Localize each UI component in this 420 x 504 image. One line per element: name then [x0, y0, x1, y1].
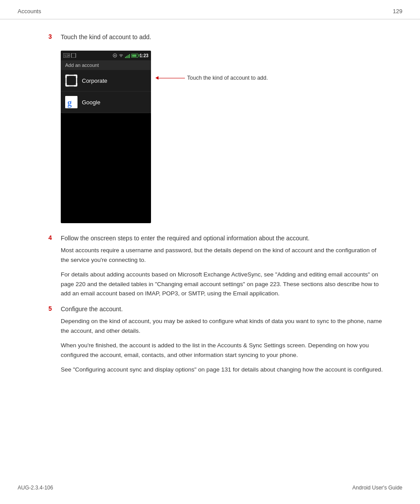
step-5-para2: When you're finished, the account is add… — [61, 341, 385, 360]
corporate-icon — [65, 74, 77, 87]
google-icon: g — [65, 96, 77, 108]
step-4-row: 4 Follow the onscreen steps to enter the… — [48, 234, 385, 243]
corporate-list-item[interactable]: Corporate — [61, 70, 151, 92]
step-3-text: Touch the kind of account to add. — [61, 33, 151, 42]
svg-point-4 — [114, 55, 115, 56]
callout-container: Touch the kind of account to add. — [155, 51, 268, 81]
step-3-number: 3 — [48, 33, 61, 40]
step-5-content: Depending on the kind of account, you ma… — [61, 316, 385, 375]
phone-screenshot-container: SIM — [61, 51, 385, 223]
footer-left: AUG-2.3.4-106 — [18, 485, 53, 491]
phone-title-text: Add an account — [65, 63, 99, 68]
step-5-row: 5 Configure the account. — [48, 305, 385, 314]
callout-arrow — [155, 76, 185, 80]
sim-icon: SIM — [63, 53, 70, 58]
status-right-icons: 1:23 — [113, 53, 148, 58]
phone-empty-area — [61, 113, 151, 223]
phone-status-bar: SIM — [61, 51, 151, 60]
callout-text: Touch the kind of account to add. — [187, 75, 268, 81]
step-4-number: 4 — [48, 234, 61, 241]
google-list-item[interactable]: g Google — [61, 92, 151, 113]
header-page-number: 129 — [393, 8, 402, 15]
status-time: 1:23 — [140, 53, 148, 58]
phone-account-list: Corporate g Google — [61, 70, 151, 113]
svg-text:SIM: SIM — [64, 54, 70, 58]
header-chapter: Accounts — [18, 8, 41, 15]
step-4-para2: For details about adding accounts based … — [61, 270, 385, 298]
footer-right: Android User's Guide — [352, 485, 402, 491]
step-4-content: Most accounts require a username and pas… — [61, 246, 385, 298]
step-4-para1: Most accounts require a username and pas… — [61, 246, 385, 265]
svg-rect-5 — [66, 75, 77, 86]
svg-rect-2 — [71, 53, 76, 58]
step-5-para3: See "Configuring account sync and displa… — [61, 365, 385, 375]
arrow-head — [155, 76, 158, 80]
corporate-label: Corporate — [82, 77, 107, 84]
wifi-status-icon — [118, 53, 124, 58]
step-5-text: Configure the account. — [61, 305, 123, 314]
arrow-line — [158, 78, 185, 78]
settings-status-icon — [113, 53, 117, 58]
phone-icon — [71, 53, 76, 58]
step-4-text: Follow the onscreen steps to enter the r… — [61, 234, 309, 243]
step-5-para1: Depending on the kind of account, you ma… — [61, 316, 385, 335]
svg-text:g: g — [67, 98, 72, 108]
phone-screen: SIM — [61, 51, 151, 223]
step-3-row: 3 Touch the kind of account to add. — [48, 33, 385, 42]
page-footer: AUG-2.3.4-106 Android User's Guide — [18, 485, 402, 491]
phone-title-bar: Add an account — [61, 60, 151, 70]
main-content: 3 Touch the kind of account to add. SIM — [0, 19, 420, 398]
battery-icon — [131, 54, 138, 58]
signal-bars — [125, 53, 130, 58]
step-5-number: 5 — [48, 305, 61, 312]
google-label: Google — [82, 99, 100, 106]
page-header: Accounts 129 — [0, 0, 420, 19]
status-left-icons: SIM — [63, 53, 76, 58]
